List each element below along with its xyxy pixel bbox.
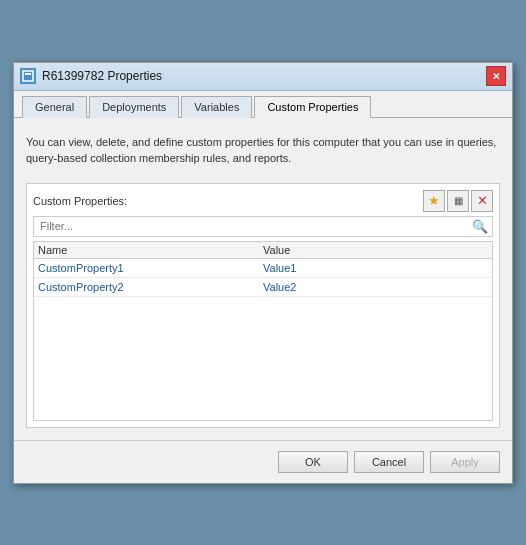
property-name-cell: CustomProperty2 xyxy=(38,281,263,293)
description-text: You can view, delete, and define custom … xyxy=(26,130,500,171)
ok-button[interactable]: OK xyxy=(278,451,348,473)
property-name-cell: CustomProperty1 xyxy=(38,262,263,274)
custom-properties-panel: Custom Properties: ★ ▦ ✕ 🔍 Name Value xyxy=(26,183,500,428)
search-icon: 🔍 xyxy=(468,217,492,236)
panel-label: Custom Properties: xyxy=(33,195,127,207)
properties-list[interactable]: Name Value CustomProperty1 Value1 Custom… xyxy=(33,241,493,421)
window-title: R61399782 Properties xyxy=(42,69,162,83)
properties-window: R61399782 Properties ✕ General Deploymen… xyxy=(13,62,513,484)
apply-button[interactable]: Apply xyxy=(430,451,500,473)
tab-deployments[interactable]: Deployments xyxy=(89,96,179,118)
property-value-cell: Value2 xyxy=(263,281,488,293)
dialog-footer: OK Cancel Apply xyxy=(14,440,512,483)
edit-property-button[interactable]: ▦ xyxy=(447,190,469,212)
column-name-header: Name xyxy=(38,244,263,256)
panel-action-buttons: ★ ▦ ✕ xyxy=(423,190,493,212)
svg-rect-1 xyxy=(25,73,31,75)
tab-content: You can view, delete, and define custom … xyxy=(14,118,512,440)
title-bar-left: R61399782 Properties xyxy=(20,68,162,84)
filter-row: 🔍 xyxy=(33,216,493,237)
table-row[interactable]: CustomProperty1 Value1 xyxy=(34,259,492,278)
cancel-button[interactable]: Cancel xyxy=(354,451,424,473)
close-button[interactable]: ✕ xyxy=(486,66,506,86)
filter-input[interactable] xyxy=(34,217,468,235)
tab-custom-properties[interactable]: Custom Properties xyxy=(254,96,371,118)
window-icon xyxy=(20,68,36,84)
property-value-cell: Value1 xyxy=(263,262,488,274)
table-header: Name Value xyxy=(34,242,492,259)
delete-property-button[interactable]: ✕ xyxy=(471,190,493,212)
title-bar: R61399782 Properties ✕ xyxy=(14,63,512,91)
tabs-bar: General Deployments Variables Custom Pro… xyxy=(14,91,512,118)
add-property-button[interactable]: ★ xyxy=(423,190,445,212)
svg-rect-0 xyxy=(23,71,33,81)
tab-general[interactable]: General xyxy=(22,96,87,118)
panel-header: Custom Properties: ★ ▦ ✕ xyxy=(33,190,493,212)
tab-variables[interactable]: Variables xyxy=(181,96,252,118)
table-row[interactable]: CustomProperty2 Value2 xyxy=(34,278,492,297)
column-value-header: Value xyxy=(263,244,488,256)
